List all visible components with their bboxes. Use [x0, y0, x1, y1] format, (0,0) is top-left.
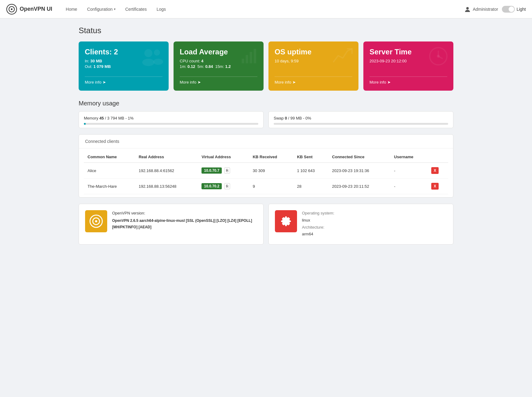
navbar-right: Administrator Light — [464, 6, 526, 13]
brand-logo[interactable]: OpenVPN UI — [6, 4, 52, 15]
table-row: The-March-Hare 192.168.88.13:56248 10.0.… — [84, 179, 448, 194]
arrow-circle-icon: ➤ — [292, 80, 296, 85]
col-kb-sent: KB Sent — [293, 151, 328, 163]
clients-header-row: Common Name Real Address Virtual Address… — [84, 151, 448, 163]
os-value: linux — [302, 217, 334, 224]
load-bg-icon — [240, 46, 259, 69]
svg-rect-10 — [250, 52, 252, 63]
gear-icon — [279, 214, 293, 229]
copy-address-button[interactable]: ⎘ — [224, 167, 230, 174]
openvpn-version-title: OpenVPN version: — [112, 210, 252, 217]
time-more-info[interactable]: More info ➤ — [370, 77, 447, 85]
client-actions-alice: X — [428, 163, 448, 179]
nav-logs[interactable]: Logs — [152, 4, 170, 14]
virtual-addr-badge: 10.0.70.2 — [201, 183, 222, 189]
arrow-circle-icon: ➤ — [387, 80, 391, 85]
client-real-addr-alice: 192.168.88.4:61562 — [135, 163, 198, 179]
openvpn-logo-icon — [89, 214, 104, 229]
client-actions-hare: X — [428, 179, 448, 194]
client-virtual-addr-alice: 10.0.70.7 ⎘ — [198, 163, 249, 179]
openvpn-version-card: OpenVPN version: OpenVPN 2.6.5 aarch64-a… — [79, 204, 264, 245]
disconnect-button[interactable]: X — [431, 167, 439, 174]
os-icon-box — [275, 210, 297, 232]
uptime-bg-icon — [332, 46, 354, 69]
clients-section: Connected clients Common Name Real Addre… — [79, 134, 453, 198]
svg-point-18 — [95, 220, 97, 222]
uptime-more-info[interactable]: More info ➤ — [275, 77, 352, 85]
card-load: Load Average CPU count: 4 1m: 0.12 5m: 0… — [174, 41, 264, 91]
col-virtual-address: Virtual Address — [198, 151, 249, 163]
theme-toggle[interactable] — [502, 6, 515, 13]
navbar: OpenVPN UI Home Configuration ▾ Certific… — [0, 0, 532, 18]
arch-value: arm64 — [302, 231, 334, 238]
col-real-address: Real Address — [135, 151, 198, 163]
disconnect-button[interactable]: X — [431, 183, 439, 190]
time-bg-icon — [428, 46, 448, 71]
svg-point-5 — [142, 59, 155, 66]
memory-progress-fill — [84, 123, 86, 125]
main-content: Status Clients: 2 In: 30 MB Out: 1 079 M… — [69, 18, 463, 252]
clients-bg-icon — [139, 46, 164, 72]
svg-rect-8 — [242, 59, 244, 63]
clients-tbody: Alice 192.168.88.4:61562 10.0.70.7 ⎘ 30 … — [84, 163, 448, 194]
svg-point-4 — [144, 49, 152, 57]
memory-title: Memory usage — [79, 100, 453, 107]
chevron-down-icon: ▾ — [114, 7, 115, 11]
os-label: Operating system: — [302, 210, 334, 217]
clients-more-info[interactable]: More info ➤ — [85, 77, 162, 85]
client-kb-recv-hare: 9 — [249, 179, 293, 194]
os-info-text: Operating system: linux Architecture: ar… — [302, 210, 334, 238]
swap-label: Swap 0 / 99 MB - 0% — [274, 116, 448, 120]
svg-rect-11 — [254, 49, 256, 63]
theme-toggle-wrap: Light — [502, 6, 526, 13]
memory-label: Memory 45 / 3 794 MB - 1% — [84, 116, 258, 120]
client-virtual-addr-hare: 10.0.70.2 ⎘ — [198, 179, 249, 194]
openvpn-version-detail-1: OpenVPN 2.6.5 aarch64-alpine-linux-musl … — [112, 218, 252, 224]
nav-links: Home Configuration ▾ Certificates Logs — [61, 4, 464, 14]
client-since-alice: 2023-09-23 19:31:36 — [328, 163, 390, 179]
clients-section-header: Connected clients — [79, 135, 453, 148]
client-real-addr-hare: 192.168.88.13:56248 — [135, 179, 198, 194]
svg-point-6 — [154, 49, 160, 56]
col-actions — [428, 151, 448, 163]
nav-certificates[interactable]: Certificates — [121, 4, 151, 14]
load-more-info[interactable]: More info ➤ — [180, 77, 257, 85]
brand-name: OpenVPN UI — [20, 6, 52, 12]
col-connected-since: Connected Since — [328, 151, 390, 163]
clients-table: Common Name Real Address Virtual Address… — [84, 151, 448, 194]
copy-address-button[interactable]: ⎘ — [224, 183, 230, 189]
col-username: Username — [390, 151, 428, 163]
client-since-hare: 2023-09-23 20:11:52 — [328, 179, 390, 194]
status-title: Status — [79, 26, 453, 35]
client-username-alice: - — [390, 163, 428, 179]
card-time: Server Time 2023-09-23 20:12:00 More inf… — [363, 41, 453, 91]
person-icon — [464, 6, 471, 13]
status-cards: Clients: 2 In: 30 MB Out: 1 079 MB More … — [79, 41, 453, 91]
svg-point-15 — [437, 55, 439, 57]
memory-section: Memory usage Memory 45 / 3 794 MB - 1% S… — [79, 100, 453, 128]
swap-bar-card: Swap 0 / 99 MB - 0% — [268, 111, 453, 128]
svg-point-2 — [11, 8, 12, 10]
nav-configuration[interactable]: Configuration ▾ — [83, 4, 119, 14]
client-kb-sent-alice: 1 102 643 — [293, 163, 328, 179]
svg-rect-9 — [246, 55, 248, 63]
admin-label: Administrator — [473, 7, 498, 12]
client-kb-recv-alice: 30 309 — [249, 163, 293, 179]
client-username-hare: - — [390, 179, 428, 194]
openvpn-logo-box — [85, 210, 107, 232]
virtual-addr-badge: 10.0.70.7 — [201, 167, 222, 174]
client-kb-sent-hare: 28 — [293, 179, 328, 194]
svg-point-3 — [466, 7, 469, 10]
client-name-hare: The-March-Hare — [84, 179, 135, 194]
os-info-card: Operating system: linux Architecture: ar… — [268, 204, 453, 245]
client-name-alice: Alice — [84, 163, 135, 179]
memory-progress-bg — [84, 123, 258, 125]
card-clients: Clients: 2 In: 30 MB Out: 1 079 MB More … — [79, 41, 169, 91]
footer-info: OpenVPN version: OpenVPN 2.6.5 aarch64-a… — [79, 204, 453, 245]
arrow-circle-icon: ➤ — [103, 80, 106, 85]
memory-bars: Memory 45 / 3 794 MB - 1% Swap 0 / 99 MB… — [79, 111, 453, 128]
nav-home[interactable]: Home — [61, 4, 81, 14]
openvpn-version-detail-2: [MH/PKTINFO] [AEAD] — [112, 224, 252, 230]
memory-bar-card: Memory 45 / 3 794 MB - 1% — [79, 111, 264, 128]
brand-icon — [6, 4, 17, 15]
